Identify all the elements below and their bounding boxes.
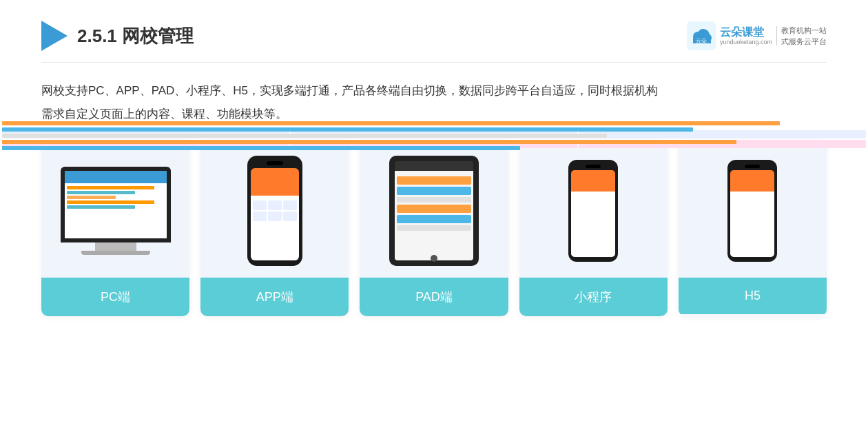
card-pc: PC端 <box>41 140 189 316</box>
phone-grid <box>253 200 297 221</box>
brand-divider <box>776 26 777 45</box>
device-phone-app <box>247 156 302 266</box>
pc-bar-4 <box>67 200 155 204</box>
card-app: APP端 <box>200 140 349 316</box>
card-pc-label: PC端 <box>41 278 189 316</box>
card-app-label: APP端 <box>200 278 349 316</box>
tablet-screen <box>395 161 473 260</box>
device-pc <box>61 167 171 255</box>
svg-text:云朵: 云朵 <box>696 38 707 44</box>
device-h5 <box>727 160 777 262</box>
cloud-logo-icon: 云朵 <box>687 21 716 50</box>
slogan-line2: 式服务云平台 <box>781 37 827 45</box>
h5-screen <box>730 170 774 257</box>
desc-line2: 需求自定义页面上的内容、课程、功能模块等。 <box>41 107 287 121</box>
grid-item-4 <box>253 211 267 221</box>
brand-domain: yunduoketang.com <box>720 39 772 46</box>
tablet-row-4 <box>397 205 471 213</box>
page-title: 2.5.1 网校管理 <box>77 24 194 48</box>
tablet-row-6 <box>397 225 471 231</box>
tablet-row-2 <box>397 187 471 195</box>
pc-monitor <box>61 167 171 242</box>
brand-logo: 云朵 云朵课堂 yunduoketang.com 教育机构一站 式服务云平台 <box>687 21 827 50</box>
grid-item-2 <box>268 200 282 210</box>
card-pad: PAD端 <box>360 140 508 316</box>
grid-item-3 <box>283 200 297 210</box>
logo-triangle-icon <box>41 21 68 51</box>
title-text: 网校管理 <box>122 25 194 46</box>
pc-stand <box>95 242 136 251</box>
brand-text: 云朵课堂 yunduoketang.com <box>720 25 772 46</box>
tablet-row-3 <box>397 197 471 203</box>
header: 2.5.1 网校管理 云朵 云朵课堂 yunduoketang.com 教育机构… <box>41 21 827 63</box>
pc-bar-5 <box>67 205 135 209</box>
pc-bar-1 <box>67 186 155 189</box>
miniapp-image-area <box>519 140 668 278</box>
phone-screen <box>251 168 299 260</box>
mini-screen <box>571 170 615 257</box>
title-number: 2.5.1 <box>77 25 122 46</box>
tablet-home-button <box>431 255 437 262</box>
tablet-rows <box>397 176 471 231</box>
page: 2.5.1 网校管理 云朵 云朵课堂 yunduoketang.com 教育机构… <box>0 0 868 434</box>
device-tablet <box>389 156 479 266</box>
brand-slogan: 教育机构一站 式服务云平台 <box>781 25 827 48</box>
pc-image-area <box>41 140 189 278</box>
card-pad-label: PAD端 <box>360 278 508 316</box>
pad-image-area <box>360 140 508 278</box>
pc-bar-2 <box>67 191 135 194</box>
cards-row: PC端 <box>41 140 827 316</box>
phone-notch <box>267 161 283 165</box>
header-left: 2.5.1 网校管理 <box>41 21 194 51</box>
pc-screen <box>65 171 167 238</box>
device-miniapp <box>568 160 618 262</box>
tablet-row-1 <box>397 176 471 185</box>
grid-item-5 <box>268 211 282 221</box>
mini-notch <box>586 165 601 168</box>
pc-screen-bars <box>67 186 165 209</box>
h5-image-area <box>679 140 827 278</box>
pc-base <box>81 251 150 255</box>
card-h5: H5 <box>679 140 827 316</box>
pc-bar-3 <box>67 196 116 199</box>
brand-name: 云朵课堂 <box>720 25 764 39</box>
app-image-area <box>200 140 349 278</box>
grid-item-6 <box>283 211 297 221</box>
grid-item-1 <box>253 200 267 210</box>
tablet-row-5 <box>397 215 471 223</box>
card-miniapp-label: 小程序 <box>519 278 668 316</box>
desc-line1: 网校支持PC、APP、PAD、小程序、H5，实现多端打通，产品各终端自由切换，数… <box>41 84 658 97</box>
card-miniapp: 小程序 <box>519 140 668 316</box>
card-h5-label: H5 <box>679 278 827 314</box>
h5-notch <box>745 165 760 168</box>
slogan-line1: 教育机构一站 <box>781 26 827 34</box>
description-text: 网校支持PC、APP、PAD、小程序、H5，实现多端打通，产品各终端自由切换，数… <box>41 79 827 126</box>
